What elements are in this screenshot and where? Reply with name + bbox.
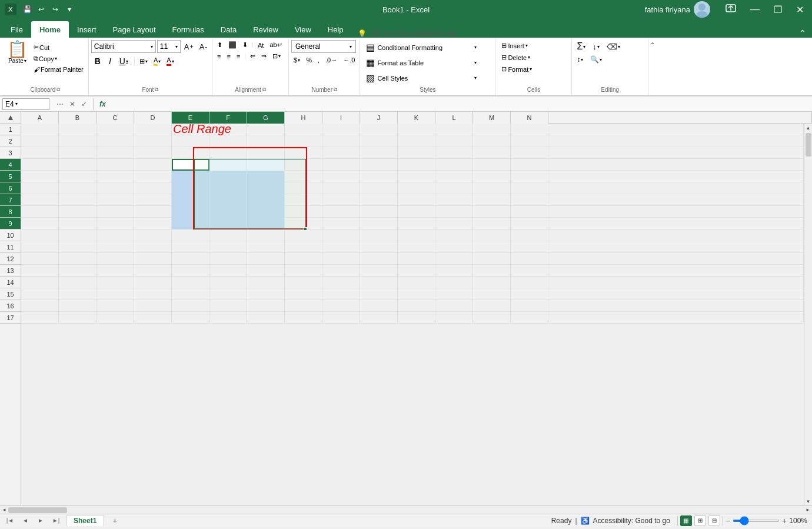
restore-button[interactable]: ❒: [770, 3, 786, 16]
cell-F6[interactable]: [209, 182, 247, 194]
scroll-up-button[interactable]: ▲: [804, 124, 813, 132]
cell-I5[interactable]: [322, 171, 360, 182]
fill-button[interactable]: ↓▾: [590, 41, 602, 52]
cell-K10[interactable]: [398, 229, 435, 241]
cell-K17[interactable]: [398, 312, 435, 324]
cell-N4[interactable]: [511, 159, 548, 171]
comma-button[interactable]: ,: [315, 55, 322, 65]
cell-H7[interactable]: [285, 194, 322, 206]
cell-C11[interactable]: [96, 241, 134, 253]
grow-font-button[interactable]: A+: [182, 41, 196, 52]
cell-C16[interactable]: [96, 300, 134, 312]
cell-F14[interactable]: [209, 277, 247, 288]
cell-M16[interactable]: [473, 300, 511, 312]
h-scroll-track[interactable]: [8, 507, 804, 513]
cell-A6[interactable]: [21, 182, 59, 194]
share-button[interactable]: [722, 2, 740, 17]
cancel-formula-button[interactable]: ✕: [67, 99, 78, 109]
cell-B11[interactable]: [59, 241, 96, 253]
cell-A10[interactable]: [21, 229, 59, 241]
cell-L1[interactable]: [435, 124, 473, 135]
cell-L11[interactable]: [435, 241, 473, 253]
minimize-button[interactable]: —: [747, 3, 763, 16]
cell-extra-9[interactable]: [548, 218, 804, 229]
cell-H3[interactable]: [285, 147, 322, 159]
formula-input[interactable]: [113, 98, 810, 110]
cell-F16[interactable]: [209, 300, 247, 312]
cell-B14[interactable]: [59, 277, 96, 288]
cell-J9[interactable]: [360, 218, 398, 229]
copy-button[interactable]: ⧉ Copy ▾: [31, 54, 86, 64]
cell-B9[interactable]: [59, 218, 96, 229]
cell-A3[interactable]: [21, 147, 59, 159]
cell-C5[interactable]: [96, 171, 134, 182]
increase-decimal-button[interactable]: ←.0: [341, 55, 357, 65]
cell-extra-4[interactable]: [548, 159, 804, 171]
cell-J3[interactable]: [360, 147, 398, 159]
cell-E2[interactable]: [172, 135, 209, 147]
cell-J1[interactable]: [360, 124, 398, 135]
tab-help[interactable]: Help: [320, 21, 352, 38]
cell-styles-button[interactable]: ▨ Cell Styles ▾: [362, 71, 480, 85]
cell-A15[interactable]: [21, 288, 59, 300]
cell-B4[interactable]: [59, 159, 96, 171]
row-num-9[interactable]: 9: [0, 218, 21, 229]
cell-L12[interactable]: [435, 253, 473, 265]
tab-formulas[interactable]: Formulas: [164, 21, 212, 38]
cell-A9[interactable]: [21, 218, 59, 229]
cell-M1[interactable]: [473, 124, 511, 135]
cell-N7[interactable]: [511, 194, 548, 206]
cell-F10[interactable]: [209, 229, 247, 241]
font-expand-icon[interactable]: ⧉: [155, 86, 158, 93]
cell-L14[interactable]: [435, 277, 473, 288]
cell-G10[interactable]: [247, 229, 285, 241]
align-left-button[interactable]: ≡: [215, 51, 223, 61]
cell-F9[interactable]: [209, 218, 247, 229]
cell-J4[interactable]: [360, 159, 398, 171]
alignment-expand-icon[interactable]: ⧉: [262, 86, 266, 93]
cell-L2[interactable]: [435, 135, 473, 147]
cell-E1[interactable]: Cell Range: [172, 124, 209, 135]
cell-I8[interactable]: [322, 206, 360, 218]
close-button[interactable]: ✕: [793, 3, 807, 16]
cell-J15[interactable]: [360, 288, 398, 300]
cell-B6[interactable]: [59, 182, 96, 194]
cell-G5[interactable]: [247, 171, 285, 182]
col-header-E[interactable]: E: [172, 112, 209, 124]
cell-F3[interactable]: [209, 147, 247, 159]
cell-M6[interactable]: [473, 182, 511, 194]
cell-F15[interactable]: [209, 288, 247, 300]
cell-A16[interactable]: [21, 300, 59, 312]
cell-J10[interactable]: [360, 229, 398, 241]
cell-G7[interactable]: [247, 194, 285, 206]
row-num-10[interactable]: 10: [0, 229, 21, 241]
cell-G8[interactable]: [247, 206, 285, 218]
scroll-left-button[interactable]: ◄: [0, 506, 8, 514]
col-header-F[interactable]: F: [209, 112, 247, 124]
cell-F2[interactable]: [209, 135, 247, 147]
font-color-button[interactable]: A ▾: [164, 55, 176, 67]
cell-B2[interactable]: [59, 135, 96, 147]
cell-H6[interactable]: [285, 182, 322, 194]
clipboard-expand-icon[interactable]: ⧉: [56, 86, 60, 93]
cell-J14[interactable]: [360, 277, 398, 288]
cell-G4[interactable]: [247, 159, 285, 171]
tab-file[interactable]: File: [2, 21, 31, 38]
paste-button[interactable]: 📋 Paste ▾: [5, 40, 30, 65]
cell-H17[interactable]: [285, 312, 322, 324]
cell-C6[interactable]: [96, 182, 134, 194]
cell-J2[interactable]: [360, 135, 398, 147]
cell-F4[interactable]: [209, 159, 247, 171]
tab-home[interactable]: Home: [31, 21, 69, 38]
cell-K4[interactable]: [398, 159, 435, 171]
cell-B1[interactable]: [59, 124, 96, 135]
cell-C15[interactable]: [96, 288, 134, 300]
angle-text-button[interactable]: At: [255, 40, 266, 50]
cell-extra-11[interactable]: [548, 241, 804, 253]
cell-K8[interactable]: [398, 206, 435, 218]
delete-cells-button[interactable]: ⊟ Delete ▾: [498, 52, 534, 63]
cell-D11[interactable]: [134, 241, 172, 253]
cell-E7[interactable]: [172, 194, 209, 206]
cell-L8[interactable]: [435, 206, 473, 218]
cell-I13[interactable]: [322, 265, 360, 277]
